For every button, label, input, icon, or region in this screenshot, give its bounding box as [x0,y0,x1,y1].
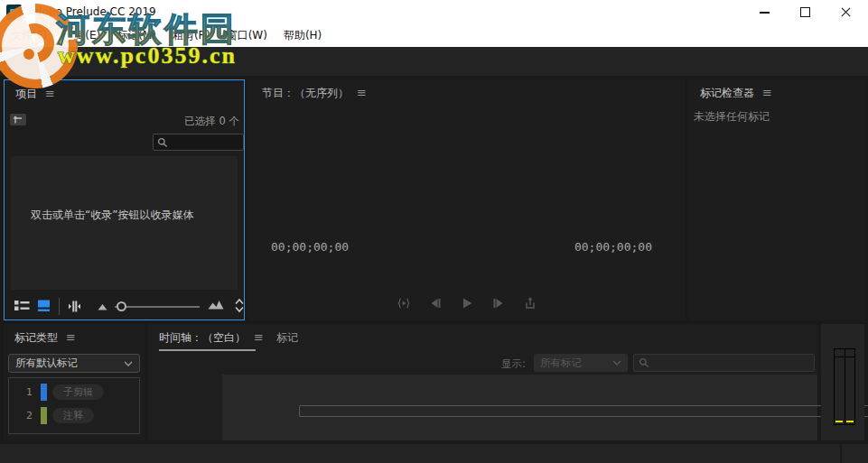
marker-type-row-subclip[interactable]: 1 子剪辑 [9,382,139,402]
marker-label: 子剪辑 [52,384,104,400]
audio-meter-panel [821,324,864,440]
marker-color-swatch [41,384,47,401]
window-title: Adobe Prelude CC 2019 [28,0,156,24]
slider-knob[interactable] [117,301,126,311]
show-filter-dropdown[interactable]: 所有标记 [534,354,628,372]
thumbnail-size-slider[interactable] [115,306,200,308]
toolbar-separator [59,298,60,315]
marker-search-input[interactable] [653,357,809,369]
search-icon [639,357,649,368]
active-tab-underline [159,349,256,351]
step-back-icon[interactable] [428,296,443,310]
workspace-bar: 收录 记录 列表 粗剪 [0,47,868,76]
project-search-input[interactable] [172,136,239,148]
audio-meter [834,348,855,425]
marker-inspector-panel: 标记检查器≡ 未选择任何标记 [689,79,864,320]
minimize-icon [760,12,770,14]
menu-file[interactable]: 文件(F) [3,24,55,47]
selection-status: 已选择 0 个 [184,115,239,128]
marker-type-title: 标记类型≡ [14,330,76,346]
marker-number: 2 [9,410,33,421]
maximize-icon [800,7,810,17]
panel-menu-icon[interactable]: ≡ [45,87,55,100]
tab-timeline[interactable]: 时间轴：（空白）≡ [159,330,264,346]
menu-help[interactable]: 帮助(H) [275,24,330,47]
project-panel-title: 项目≡ [15,87,55,102]
list-view-icon[interactable] [14,300,30,311]
titlebar: Pl Adobe Prelude CC 2019 [0,0,868,24]
marker-filter-value: 所有默认标记 [15,357,124,370]
panel-menu-icon[interactable]: ≡ [762,86,772,99]
project-panel: 项目≡ 已选择 0 个 双击或单击“收录”按钮以收录媒体 [4,79,245,320]
marker-number: 1 [9,386,33,398]
timeline-panel: 时间轴：（空白）≡ 标记 显示: 所有标记 [148,324,817,440]
app-logo-icon: Pl [6,5,22,20]
marker-type-row-comment[interactable]: 2 注释 [9,405,139,425]
marker-inspector-empty-message: 未选择任何标记 [694,109,770,125]
minimize-button[interactable] [751,0,778,24]
marker-filter-dropdown[interactable]: 所有默认标记 [8,354,140,373]
menu-roughcut[interactable]: 粗剪(R) [164,24,219,47]
transport-controls [397,296,537,310]
timeline-track-area[interactable] [222,375,817,440]
project-empty-area[interactable]: 双击或单击“收录”按钮以收录媒体 [11,156,238,290]
play-icon[interactable] [460,296,474,310]
meter-peak-right [846,421,854,422]
bottom-strip [0,444,868,463]
marker-color-swatch [41,407,47,424]
monitor-panel-title: 节目：（无序列）≡ [262,86,367,101]
sort-order-icon[interactable] [234,298,245,313]
close-button[interactable] [832,0,859,24]
hover-scrub-icon[interactable] [68,300,81,313]
project-empty-message: 双击或单击“收录”按钮以收录媒体 [11,156,238,223]
play-in-to-out-icon[interactable] [397,296,411,310]
project-search-box[interactable] [153,134,244,151]
menu-window[interactable]: 窗口(W) [219,24,275,47]
menubar: 文件(F) 编辑(E) 标记(M) 粗剪(R) 窗口(W) 帮助(H) [0,24,868,47]
tab-markers[interactable]: 标记 [276,330,298,346]
panel-menu-icon[interactable]: ≡ [357,86,367,99]
timeline-track-region [148,375,817,440]
meter-peak-left [835,421,843,422]
panel-menu-icon[interactable]: ≡ [254,330,264,344]
menu-edit[interactable]: 编辑(E) [55,24,108,47]
monitor-panel: 节目：（无序列）≡ 00;00;00;00 00;00;00;00 [248,79,686,320]
chevron-down-icon [612,360,621,366]
zoom-out-thumbnails-icon[interactable] [98,303,107,310]
maximize-button[interactable] [791,0,818,24]
timeline-scrollbar[interactable] [299,405,868,417]
panel-menu-icon[interactable]: ≡ [66,330,76,344]
show-label: 显示: [501,357,526,371]
duration-timecode: 00;00;00;00 [574,240,652,254]
zoom-in-thumbnails-icon[interactable] [208,299,224,310]
search-icon [157,137,168,148]
project-toolbar [5,293,244,319]
navigate-up-button[interactable] [10,114,26,125]
marker-type-list: 1 子剪辑 2 注释 [8,377,140,434]
marker-search-box[interactable] [633,354,815,372]
bottom-strip-divider [840,444,842,463]
show-filter-value: 所有标记 [540,357,612,370]
marker-type-panel: 标记类型≡ 所有默认标记 1 子剪辑 2 注释 [4,324,145,440]
step-forward-icon[interactable] [491,296,506,310]
menu-marker[interactable]: 标记(M) [108,24,164,47]
chevron-down-icon [124,361,133,366]
marker-label: 注释 [52,408,94,423]
marker-inspector-title: 标记检查器≡ [700,86,772,101]
export-icon[interactable] [523,296,537,310]
thumbnail-view-icon[interactable] [37,300,51,311]
current-timecode[interactable]: 00;00;00;00 [271,240,349,254]
